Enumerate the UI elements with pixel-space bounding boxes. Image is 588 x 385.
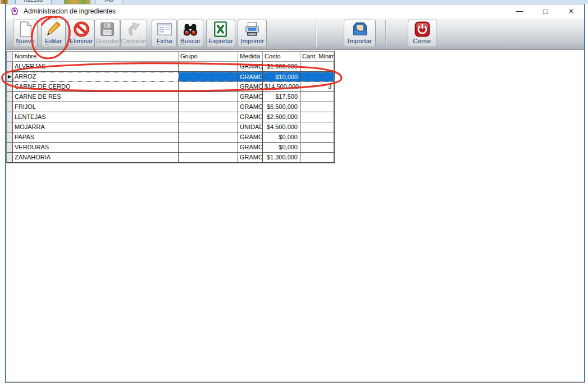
cell-nombre[interactable]: FRIJOL [13,102,179,112]
cell-grupo[interactable] [179,122,238,132]
cell-nombre[interactable]: VERDURAS [13,143,179,153]
cell-grupo[interactable] [179,62,238,72]
cell-medida[interactable]: GRAMOS [238,153,263,163]
new-document-icon [17,21,34,38]
row-indicator [7,62,13,72]
cell-grupo[interactable] [179,92,238,102]
cell-cant[interactable] [300,153,334,163]
form-icon [156,21,173,38]
title-bar: Administracion de ingredientes — □ ✕ [6,4,584,18]
cell-medida[interactable]: GRAMOS [238,132,263,143]
cell-grupo[interactable] [179,132,238,143]
cell-costo[interactable]: $10,000 [263,72,300,82]
cell-costo[interactable]: $0,000 [263,143,300,153]
background-tab[interactable]: R2E13U [15,0,52,4]
toolbar-button-label: Ficha [156,38,172,45]
cell-cant[interactable] [300,92,334,102]
row-indicator [7,82,13,92]
printer-icon [244,21,261,38]
row-indicator [7,102,13,112]
cell-costo[interactable]: $2.500,000 [263,112,300,122]
cell-nombre[interactable]: ARROZ [13,72,179,82]
table-row: FRIJOLGRAMOS$6.500,000 [7,102,334,112]
cell-grupo[interactable] [179,143,238,153]
toolbar-button-ficha[interactable]: Ficha [152,20,177,47]
cell-nombre[interactable]: CARNE DE CERDO [13,82,179,92]
window-title: Administracion de ingredientes [24,7,116,15]
toolbar-button-imprimir[interactable]: Imprimir [238,20,267,47]
cell-medida[interactable]: UNIDAD [238,122,263,132]
background-tab[interactable]: TAU [95,0,122,4]
toolbar-button-buscar[interactable]: Buscar [177,20,203,47]
cell-costo[interactable]: $1.600,000 [263,62,300,72]
toolbar-separator [385,20,386,47]
column-header-nombre[interactable]: Nombre [13,52,179,62]
cell-grupo[interactable] [179,153,238,163]
row-indicator-header [7,52,13,62]
cell-costo[interactable]: $0,000 [263,132,300,143]
cell-grupo[interactable] [179,112,238,122]
cell-medida[interactable]: GRAMOS [238,82,263,92]
floppy-icon [99,21,116,38]
toolbar-button-importar[interactable]: Importar [344,20,376,47]
row-indicator [7,112,13,122]
cell-grupo[interactable] [179,102,238,112]
toolbar-button-label: Importar [348,38,372,45]
column-header-grupo[interactable]: Grupo [179,52,238,62]
ingredients-table: NombreGrupoMedidaCostoCant. MinimaALVERJ… [6,51,335,163]
toolbar-separator [316,20,316,47]
cell-nombre[interactable]: CARNE DE RES [13,92,179,102]
toolbar-button-nuevo[interactable]: Nuevo [13,20,38,47]
table-row: CARNE DE CERDOGRAMOS$14.500,0003 [7,82,334,92]
cell-grupo[interactable] [179,82,238,92]
cell-costo[interactable]: $4.500,000 [263,122,300,132]
toolbar-button-guardar[interactable]: Guardar [94,20,120,47]
maximize-button[interactable]: □ [532,4,558,18]
background-toolbar-icon [64,0,90,4]
cell-cant[interactable] [300,143,334,153]
cell-cant[interactable] [300,72,334,82]
toolbar-button-label: Exportar [208,38,233,45]
cell-cant[interactable] [300,102,334,112]
toolbar-button-label: Editar [45,38,62,45]
toolbar-button-label: Buscar [180,38,200,45]
column-header-medida[interactable]: Medida [238,52,263,62]
cell-cant[interactable] [300,122,334,132]
cell-costo[interactable]: $17,500 [263,92,300,102]
cell-medida[interactable]: GRAMOS [238,143,263,153]
cell-costo[interactable]: $1.300,000 [263,153,300,163]
table-row: ZANAHORIAGRAMOS$1.300,000 [7,153,334,163]
table-row: VERDURASGRAMOS$0,000 [7,143,334,153]
cell-nombre[interactable]: ZANAHORIA [13,153,179,163]
column-header-costo[interactable]: Costo [263,52,300,62]
toolbar-button-exportar[interactable]: Exportar [206,20,235,47]
cell-medida[interactable]: GRAMOS [238,102,263,112]
cell-nombre[interactable]: LENTEJAS [13,112,179,122]
toolbar-button-label: Eliminar [70,38,93,45]
cell-nombre[interactable]: ALVERJAS [13,62,179,72]
cell-medida[interactable]: GRAMOS [238,92,263,102]
column-header-cant[interactable]: Cant. Minima [300,52,334,62]
cell-medida[interactable]: GRAMOS [238,62,263,72]
minimize-button[interactable]: — [507,4,532,18]
toolbar-button-label: Guardar [95,38,119,45]
close-button[interactable]: ✕ [558,4,584,18]
cell-cant[interactable] [300,62,334,72]
cell-cant[interactable]: 3 [300,82,334,92]
cell-cant[interactable] [300,112,334,122]
table-row: ALVERJASGRAMOS$1.600,000 [7,62,334,72]
cell-nombre[interactable]: PAPAS [13,132,179,143]
toolbar-button-cancelar[interactable]: Cancelar [120,20,147,47]
cell-cant[interactable] [300,132,334,143]
cell-costo[interactable]: $6.500,000 [263,102,300,112]
toolbar-button-label: Cancelar [121,38,147,45]
cell-medida[interactable]: GRAMOS [238,112,263,122]
cell-costo[interactable]: $14.500,000 [263,82,300,92]
cell-grupo[interactable] [179,72,238,82]
toolbar-button-eliminar[interactable]: Eliminar [68,20,94,47]
cell-medida[interactable]: GRAMOS [238,72,263,82]
toolbar-button-cerrar[interactable]: Cerrar [408,20,436,47]
cell-nombre[interactable]: MOJARRA [13,122,179,132]
toolbar-button-editar[interactable]: Editar [41,20,66,47]
table-row: CARNE DE RESGRAMOS$17,500 [7,92,334,102]
